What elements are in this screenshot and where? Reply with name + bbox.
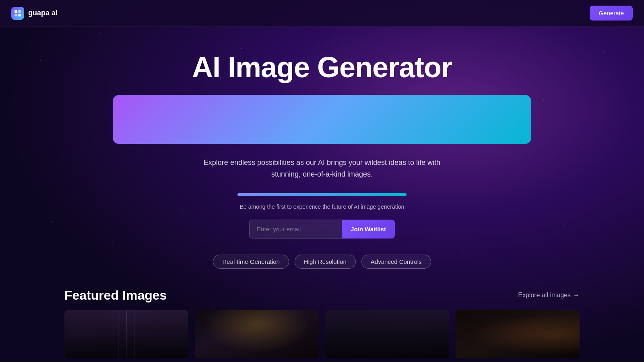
explore-all-link[interactable]: Explore all images → [518,292,580,299]
generate-button[interactable]: Generate [590,6,633,21]
logo-icon [11,7,24,20]
featured-header: Featured Images Explore all images → [64,288,580,303]
progress-label: Be among the first to experience the fut… [240,204,405,210]
email-form: Join Waitlist [249,220,395,239]
svg-rect-1 [18,10,21,13]
email-input[interactable] [249,220,342,239]
featured-image-1[interactable] [64,310,188,358]
svg-rect-3 [18,14,21,16]
main-content: AI Image Generator Explore endless possi… [0,27,644,288]
featured-title: Featured Images [64,288,167,303]
hero-subtitle: Explore endless possibilities as our AI … [204,157,440,180]
feature-tag-resolution: High Resolution [295,255,356,269]
featured-image-4[interactable] [456,310,580,358]
featured-image-3[interactable] [325,310,449,358]
logo-area: guapa ai [11,7,58,20]
svg-rect-0 [14,10,17,13]
image-grid [64,310,580,358]
progress-bar [237,193,407,196]
logo-text: guapa ai [28,9,58,17]
svg-rect-2 [14,14,17,16]
featured-section: Featured Images Explore all images → [0,288,644,358]
featured-image-2[interactable] [195,310,319,358]
progress-area [237,193,407,196]
feature-tags: Real-time Generation High Resolution Adv… [213,255,431,269]
feature-tag-controls: Advanced Controls [361,255,431,269]
page-title: AI Image Generator [192,51,452,84]
waitlist-button[interactable]: Join Waitlist [342,220,395,239]
feature-tag-realtime: Real-time Generation [213,255,289,269]
hero-banner [113,95,531,144]
navbar: guapa ai Generate [0,0,644,27]
